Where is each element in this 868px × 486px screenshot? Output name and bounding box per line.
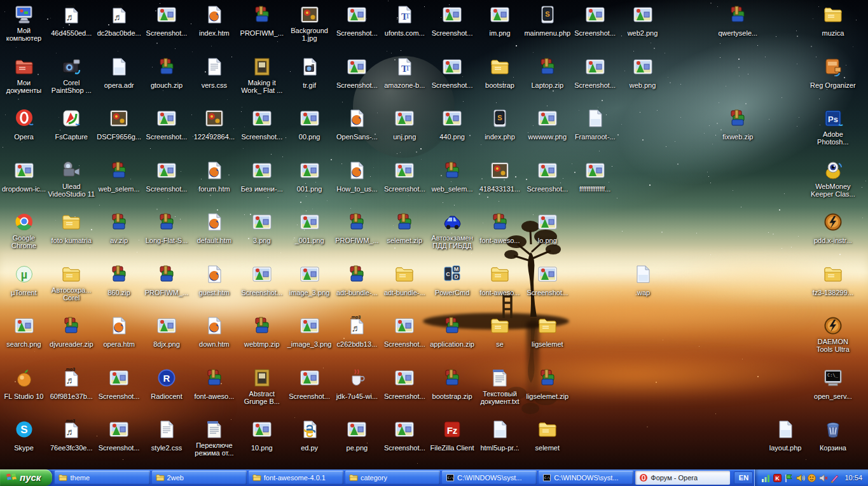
desktop-icon[interactable]: Screenshot...: [523, 263, 571, 314]
clock[interactable]: 10:54: [844, 474, 862, 482]
desktop-icon[interactable]: TTamazone-b...: [381, 56, 429, 106]
desktop-icon[interactable]: 122492864...: [190, 108, 238, 158]
desktop-icon[interactable]: 860.zip: [95, 263, 143, 314]
desktop-icon[interactable]: selemet: [523, 419, 571, 469]
desktop-icon[interactable]: Screenshot...: [238, 263, 286, 314]
taskbar-task-button[interactable]: C:\C:\WINDOWS\syst...: [539, 471, 633, 485]
desktop-icon[interactable]: application.zip: [429, 315, 476, 365]
desktop-icon[interactable]: Sindex.php: [476, 108, 524, 158]
desktop-icon[interactable]: DSCF9656g...: [95, 108, 143, 158]
desktop-icon[interactable]: pdd.x-instr...: [809, 211, 857, 261]
desktop-icon[interactable]: Screenshot...: [523, 160, 571, 210]
desktop-icon[interactable]: tr.gif: [286, 56, 333, 106]
desktop-icon[interactable]: Screenshot...: [429, 4, 476, 54]
desktop-icon[interactable]: FsCapture: [48, 108, 95, 158]
desktop-icon[interactable]: ligselemet: [523, 315, 571, 365]
taskbar-task-button[interactable]: Форум - Opera: [635, 471, 730, 485]
desktop-icon[interactable]: 440.png: [429, 108, 476, 158]
desktop-icon[interactable]: .mp3♬46d4550ed...: [48, 4, 95, 54]
desktop-icon[interactable]: 10.png: [238, 419, 286, 469]
desktop-icon[interactable]: Smainmenu.php: [523, 4, 571, 54]
signal-bars-icon[interactable]: [761, 473, 771, 483]
pen-icon[interactable]: [830, 473, 839, 483]
desktop-icon[interactable]: SSkype: [0, 419, 48, 469]
desktop-icon[interactable]: style2.css: [143, 419, 191, 469]
desktop-icon[interactable]: fixweb.zip: [714, 108, 762, 158]
desktop-icon[interactable]: Screenshot...: [381, 315, 429, 365]
desktop-icon[interactable]: dropdown-ic...: [0, 160, 48, 210]
start-button[interactable]: пуск: [0, 469, 52, 486]
desktop[interactable]: Мой компьютер.mp3♬46d4550ed....mp3♬dc2ba…: [0, 0, 868, 469]
desktop-icon[interactable]: Screenshot...: [286, 367, 333, 417]
taskbar-task-button[interactable]: font-awesome-4.0.1: [249, 471, 343, 485]
desktop-icon[interactable]: 8djx.png: [143, 315, 191, 365]
desktop-icon[interactable]: ffffffffffffff...: [571, 160, 619, 210]
desktop-icon[interactable]: djvureader.zip: [48, 315, 95, 365]
desktop-icon[interactable]: 001.png: [286, 160, 333, 210]
desktop-icon[interactable]: ligselemet.zip: [523, 367, 571, 417]
desktop-icon[interactable]: Opera: [0, 108, 48, 158]
desktop-icon[interactable]: FL Studio 10: [0, 367, 48, 417]
smiley-icon[interactable]: [807, 473, 816, 483]
desktop-icon[interactable]: PsAdobe Photosh...: [809, 108, 857, 158]
desktop-icon[interactable]: Abstract Grunge B...: [238, 367, 286, 417]
desktop-icon[interactable]: web2.png: [619, 4, 666, 54]
desktop-icon[interactable]: Мой компьютер: [0, 4, 48, 54]
language-indicator[interactable]: EN: [734, 471, 753, 484]
desktop-icon[interactable]: PROFIWM_...: [238, 4, 286, 54]
desktop-icon[interactable]: gtouch.zip: [143, 56, 191, 106]
desktop-icon[interactable]: Screenshot...: [333, 4, 381, 54]
desktop-icon[interactable]: Без имени-...: [238, 160, 286, 210]
desktop-icon[interactable]: im.png: [476, 4, 524, 54]
desktop-icon[interactable]: Screenshot...: [381, 160, 429, 210]
desktop-icon[interactable]: .mp3♬dc2bac0bde...: [95, 4, 143, 54]
desktop-icon[interactable]: TTufonts.com...: [381, 4, 429, 54]
desktop-icon[interactable]: C:\_open_serv...: [809, 367, 857, 417]
desktop-icon[interactable]: foto kumatria: [48, 211, 95, 261]
desktop-icon[interactable]: Background 1.jpg: [286, 4, 333, 54]
desktop-icon[interactable]: Screenshot...: [571, 56, 619, 106]
desktop-icon[interactable]: Corel PaintShop ...: [48, 56, 95, 106]
taskbar-task-button[interactable]: theme: [55, 471, 149, 485]
desktop-icon[interactable]: _001.png: [286, 211, 333, 261]
antivirus-icon[interactable]: K: [773, 473, 782, 483]
desktop-icon[interactable]: .wap: [619, 263, 666, 314]
desktop-icon[interactable]: .mp3♬60f981e37b...: [48, 367, 95, 417]
mute-icon[interactable]: [818, 473, 828, 483]
desktop-icon[interactable]: How_to_us...: [333, 160, 381, 210]
desktop-icon[interactable]: Long-Flat-S...: [143, 211, 191, 261]
desktop-icon[interactable]: index.htm: [190, 4, 238, 54]
desktop-icon[interactable]: Screenshot...: [95, 419, 143, 469]
desktop-icon[interactable]: Screenshot...: [143, 4, 191, 54]
desktop-icon[interactable]: lo.png: [523, 211, 571, 261]
desktop-icon[interactable]: .mp3♬c262bdb13...: [333, 315, 381, 365]
desktop-icon[interactable]: WebMoney Keeper Clas...: [809, 160, 857, 210]
desktop-icon[interactable]: fz3-138299...: [809, 263, 857, 314]
desktop-icon[interactable]: Корзина: [809, 419, 857, 469]
desktop-icon[interactable]: Screenshot...: [143, 160, 191, 210]
desktop-icon[interactable]: av.zip: [95, 211, 143, 261]
desktop-icon[interactable]: pe.png: [333, 419, 381, 469]
desktop-icon[interactable]: selemet.zip: [381, 211, 429, 261]
desktop-icon[interactable]: opera.htm: [95, 315, 143, 365]
desktop-icon[interactable]: Framaroot-...: [571, 108, 619, 158]
desktop-icon[interactable]: forum.htm: [190, 160, 238, 210]
desktop-icon[interactable]: layout.php: [762, 419, 809, 469]
desktop-icon[interactable]: Screenshot...: [381, 419, 429, 469]
taskbar-task-button[interactable]: category: [345, 471, 440, 485]
desktop-icon[interactable]: Screenshot...: [95, 367, 143, 417]
desktop-icon[interactable]: webtmp.zip: [238, 315, 286, 365]
desktop-icon[interactable]: jdk-7u45-wi...: [333, 367, 381, 417]
desktop-icon[interactable]: adt-bundle-...: [381, 263, 429, 314]
desktop-icon[interactable]: Переключе режима от...: [190, 419, 238, 469]
desktop-icon[interactable]: Laptop.zip: [523, 56, 571, 106]
network-icon[interactable]: [784, 473, 794, 483]
desktop-icon[interactable]: Screenshot...: [571, 4, 619, 54]
desktop-icon[interactable]: bootstrap.zip: [429, 367, 476, 417]
desktop-icon[interactable]: Reg Organizer: [809, 56, 857, 106]
desktop-icon[interactable]: µµTorrent: [0, 263, 48, 314]
desktop-icon[interactable]: Screenshot...: [429, 56, 476, 106]
desktop-icon[interactable]: web_selem...: [429, 160, 476, 210]
desktop-icon[interactable]: OpenSans-...: [333, 108, 381, 158]
desktop-icon[interactable]: FzFileZilla Client: [429, 419, 476, 469]
